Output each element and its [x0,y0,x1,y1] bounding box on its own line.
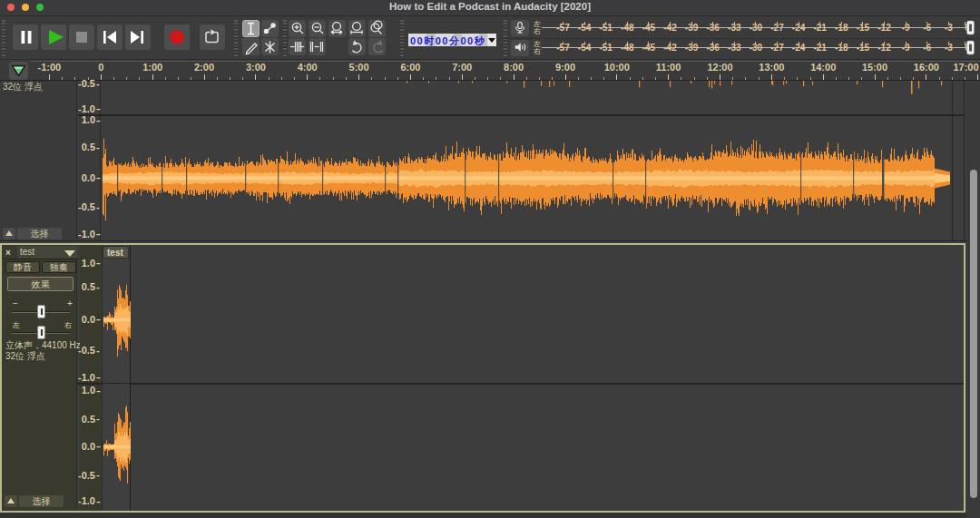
svg-text:-1.0: -1.0 [78,495,95,506]
svg-text:-0.5: -0.5 [78,470,95,481]
svg-text:0.5: 0.5 [82,281,95,292]
svg-text:1.0: 1.0 [82,258,95,269]
svg-text:-1.0: -1.0 [78,372,95,383]
svg-text:0.0: 0.0 [82,314,95,325]
svg-text:1.0: 1.0 [82,385,95,396]
svg-text:0.5: 0.5 [82,414,95,425]
svg-text:0.0: 0.0 [82,441,95,452]
svg-text:-0.5: -0.5 [78,345,95,356]
